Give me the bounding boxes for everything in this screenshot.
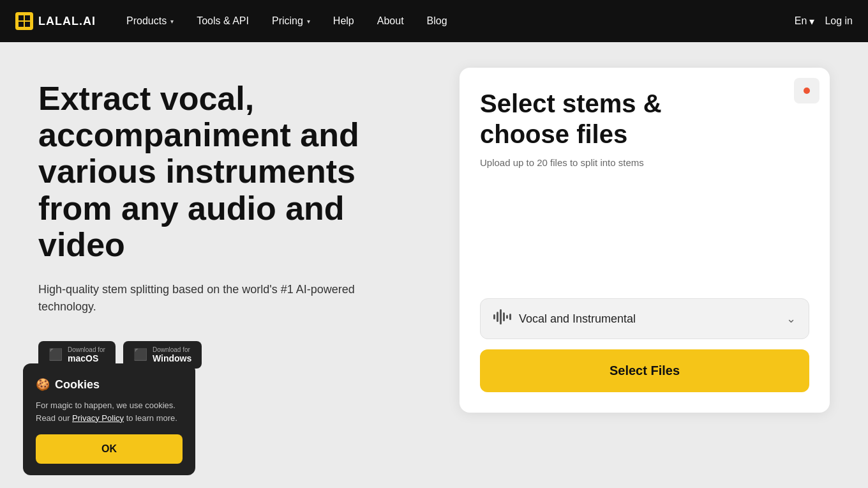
waveform-icon [493,309,511,328]
windows-icon: ⬛ [133,347,147,362]
hero-title: Extract vocal, accompaniment and various… [38,80,408,263]
card-subtitle: Upload up to 20 files to split into stem… [480,157,809,168]
upload-card: Select stems & choose files Upload up to… [460,68,830,413]
svg-rect-5 [497,312,498,322]
svg-rect-2 [19,22,24,27]
hero-subtitle: High-quality stem splitting based on the… [38,281,357,316]
login-button[interactable]: Log in [825,15,853,27]
upload-drop-area[interactable] [480,183,809,286]
nav-right: En ▾ Log in [795,15,853,27]
nav-item-help[interactable]: Help [323,10,364,32]
stems-left: Vocal and Instrumental [493,309,636,328]
nav-item-about[interactable]: About [367,10,414,32]
logo-text: LALAL.AI [38,15,96,28]
nav-items: Products ▾ Tools & API Pricing ▾ Help Ab… [116,10,795,32]
hero-section: Extract vocal, accompaniment and various… [38,68,434,369]
language-selector[interactable]: En ▾ [795,15,815,27]
nav-item-products[interactable]: Products ▾ [116,10,184,32]
privacy-policy-link[interactable]: Privacy Policy [72,413,124,423]
apple-icon: ⬛ [49,347,63,362]
stems-dropdown[interactable]: Vocal and Instrumental ⌄ [480,298,809,339]
cookie-ok-button[interactable]: OK [36,434,183,464]
upload-card-section: Select stems & choose files Upload up to… [460,68,830,413]
svg-rect-8 [506,315,508,319]
select-files-button[interactable]: Select Files [480,349,809,392]
logo-icon [15,12,33,30]
svg-rect-9 [509,314,511,320]
nav-item-blog[interactable]: Blog [417,10,458,32]
nav-item-tools[interactable]: Tools & API [186,10,259,32]
record-icon [794,78,819,103]
record-dot [804,88,810,94]
svg-rect-4 [493,314,495,319]
svg-rect-6 [500,309,502,324]
svg-rect-1 [25,15,30,20]
svg-rect-3 [25,22,30,27]
svg-rect-0 [19,15,24,20]
stems-label: Vocal and Instrumental [519,312,636,326]
cookie-banner: 🍪 Cookies For magic to happen, we use co… [23,363,195,475]
logo[interactable]: LALAL.AI [15,12,96,30]
chevron-down-icon: ▾ [307,18,310,25]
chevron-down-icon: ▾ [809,15,814,27]
navigation: LALAL.AI Products ▾ Tools & API Pricing … [0,0,868,42]
svg-rect-7 [503,312,505,321]
cookie-icon: 🍪 [36,377,50,392]
card-title: Select stems & choose files [480,88,735,149]
cookie-header: 🍪 Cookies [36,377,183,392]
chevron-down-icon: ▾ [170,18,174,25]
cookie-text: For magic to happen, we use cookies. Rea… [36,399,183,424]
chevron-down-icon: ⌄ [786,312,796,326]
nav-item-pricing[interactable]: Pricing ▾ [262,10,320,32]
